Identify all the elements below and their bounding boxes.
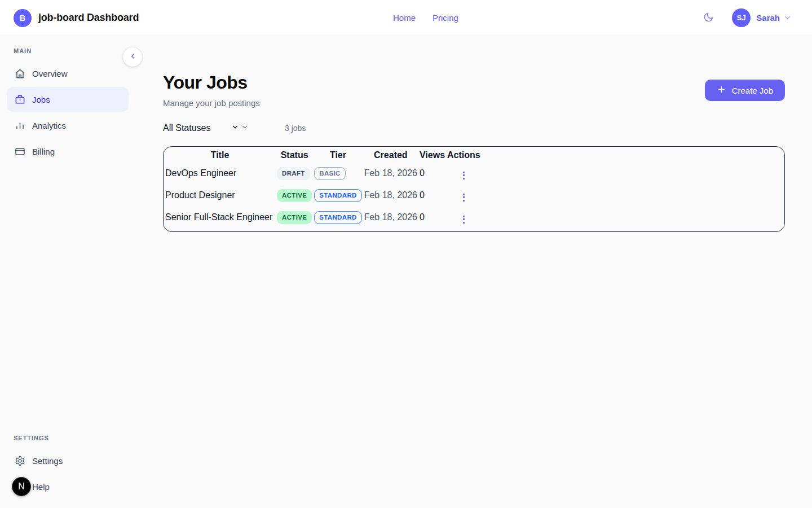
table-row: Senior Full-Stack EngineerACTIVESTANDARD… xyxy=(165,207,481,228)
brand-title: job-board Dashboard xyxy=(38,12,139,24)
table-row: Product DesignerACTIVESTANDARDFeb 18, 20… xyxy=(165,185,481,206)
select-chevrons xyxy=(231,123,249,133)
nav-link-home[interactable]: Home xyxy=(393,13,416,23)
main-content: Your Jobs Manage your job postings Creat… xyxy=(135,36,812,508)
table-header-row: Title Status Tier Created Views Actions xyxy=(165,148,481,162)
column-header-tier: Tier xyxy=(314,148,362,162)
plus-icon xyxy=(717,85,726,96)
sidebar-item-analytics[interactable]: Analytics xyxy=(7,113,129,138)
dev-tools-badge-letter: N xyxy=(18,481,25,492)
moon-icon xyxy=(703,12,714,24)
tier-badge: BASIC xyxy=(314,167,346,181)
table-row: DevOps EngineerDRAFTBASICFeb 18, 20260 xyxy=(165,163,481,184)
top-nav-links: Home Pricing xyxy=(393,13,458,23)
sidebar-collapse-button[interactable] xyxy=(123,47,142,67)
gear-icon xyxy=(15,456,25,466)
credit-card-icon xyxy=(15,146,25,157)
page-subtitle: Manage your job postings xyxy=(163,98,260,108)
jobs-count: 3 jobs xyxy=(285,124,306,133)
sidebar-item-label: Settings xyxy=(32,456,63,466)
column-header-title: Title xyxy=(165,148,275,162)
create-job-button[interactable]: Create Job xyxy=(705,80,785,101)
brand: B job-board Dashboard xyxy=(14,9,139,27)
top-navbar: B job-board Dashboard Home Pricing SJ Sa… xyxy=(0,0,812,36)
tier-badge: STANDARD xyxy=(314,189,361,203)
sidebar-item-jobs[interactable]: Jobs xyxy=(7,87,129,112)
column-header-status: Status xyxy=(276,148,312,162)
row-actions-menu-button[interactable] xyxy=(460,169,468,182)
dev-tools-badge[interactable]: N xyxy=(12,477,31,496)
vertical-dots-icon xyxy=(463,172,465,173)
job-views-count: 0 xyxy=(419,163,445,184)
job-status-cell: ACTIVE xyxy=(276,207,312,228)
user-menu-chevron-down-icon[interactable] xyxy=(783,14,792,22)
sidebar-main-section: MAIN OverviewJobsAnalyticsBilling xyxy=(0,44,135,165)
filter-row: All Statuses 3 jobs xyxy=(163,123,785,133)
job-created-date: Feb 18, 2026 xyxy=(364,185,418,206)
sidebar-item-label: Billing xyxy=(32,147,55,156)
user-name[interactable]: Sarah xyxy=(756,13,780,23)
brand-logo: B xyxy=(14,9,32,27)
job-created-date: Feb 18, 2026 xyxy=(364,207,418,228)
status-filter-select[interactable]: All Statuses xyxy=(163,123,249,133)
theme-toggle-button[interactable] xyxy=(701,10,716,27)
sidebar: MAIN OverviewJobsAnalyticsBilling SETTIN… xyxy=(0,36,135,508)
status-filter-value: All Statuses xyxy=(163,123,210,133)
page-title: Your Jobs xyxy=(163,72,260,93)
status-badge: DRAFT xyxy=(277,167,310,181)
briefcase-icon xyxy=(15,94,25,105)
sidebar-item-label: Analytics xyxy=(32,121,66,130)
create-job-button-label: Create Job xyxy=(732,86,773,95)
status-badge: ACTIVE xyxy=(277,211,312,225)
user-avatar-initials: SJ xyxy=(737,14,746,22)
jobs-table-card: Title Status Tier Created Views Actions … xyxy=(163,146,785,232)
row-actions-menu-button[interactable] xyxy=(460,213,468,226)
sidebar-item-settings[interactable]: Settings xyxy=(7,448,129,473)
tier-badge: STANDARD xyxy=(314,211,361,225)
vertical-dots-icon xyxy=(463,194,465,195)
job-status-cell: DRAFT xyxy=(276,163,312,184)
chevron-left-icon xyxy=(129,52,137,62)
topbar-right: SJ Sarah xyxy=(701,8,792,27)
page-header: Your Jobs Manage your job postings Creat… xyxy=(163,72,785,108)
bar-chart-icon xyxy=(15,120,25,131)
job-title: Product Designer xyxy=(165,185,275,206)
job-title: Senior Full-Stack Engineer xyxy=(165,207,275,228)
job-tier-cell: STANDARD xyxy=(314,185,362,206)
sidebar-section-label-main: MAIN xyxy=(0,44,135,60)
row-actions-menu-button[interactable] xyxy=(460,191,468,204)
chevron-down-icon xyxy=(241,123,249,133)
user-avatar[interactable]: SJ xyxy=(732,8,751,27)
job-views-count: 0 xyxy=(419,185,445,206)
job-title: DevOps Engineer xyxy=(165,163,275,184)
status-badge: ACTIVE xyxy=(277,189,312,203)
sidebar-nav-main: OverviewJobsAnalyticsBilling xyxy=(0,61,135,164)
app-shell: MAIN OverviewJobsAnalyticsBilling SETTIN… xyxy=(0,36,812,508)
job-status-cell: ACTIVE xyxy=(276,185,312,206)
home-icon xyxy=(15,68,25,79)
jobs-table-head: Title Status Tier Created Views Actions xyxy=(165,148,481,162)
sidebar-item-label: Overview xyxy=(32,69,68,78)
job-created-date: Feb 18, 2026 xyxy=(364,163,418,184)
sidebar-item-billing[interactable]: Billing xyxy=(7,139,129,164)
sidebar-item-overview[interactable]: Overview xyxy=(7,61,129,86)
job-tier-cell: STANDARD xyxy=(314,207,362,228)
vertical-dots-icon xyxy=(463,216,465,217)
nav-link-pricing[interactable]: Pricing xyxy=(433,13,458,23)
job-views-count: 0 xyxy=(419,207,445,228)
jobs-table-body: DevOps EngineerDRAFTBASICFeb 18, 20260Pr… xyxy=(165,163,481,228)
job-tier-cell: BASIC xyxy=(314,163,362,184)
sidebar-item-label: Jobs xyxy=(32,95,50,104)
job-actions-cell xyxy=(447,207,481,228)
page-heading-block: Your Jobs Manage your job postings xyxy=(163,72,260,108)
column-header-created: Created xyxy=(364,148,418,162)
jobs-table: Title Status Tier Created Views Actions … xyxy=(164,147,482,229)
column-header-views: Views xyxy=(419,148,445,162)
job-actions-cell xyxy=(447,163,481,184)
sidebar-section-label-settings: SETTINGS xyxy=(0,431,135,447)
select-arrow-icon xyxy=(231,123,239,133)
sidebar-item-label: Help xyxy=(32,482,50,492)
brand-logo-letter: B xyxy=(20,14,25,23)
column-header-actions: Actions xyxy=(447,148,481,162)
job-actions-cell xyxy=(447,185,481,206)
